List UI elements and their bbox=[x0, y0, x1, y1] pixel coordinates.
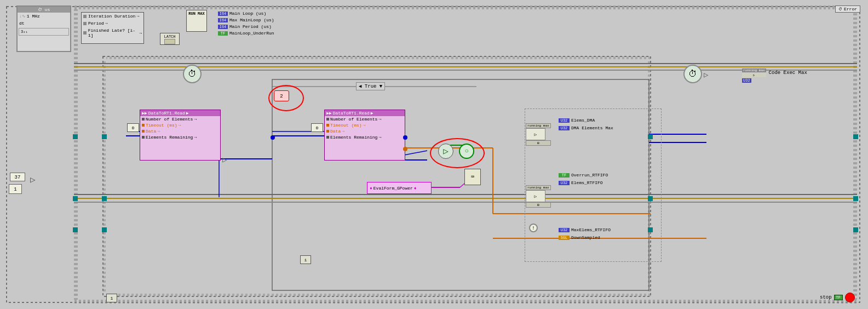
node-2 bbox=[403, 135, 407, 140]
right-block-num-elements: Number of Elements → bbox=[325, 116, 405, 122]
right-block-elements-remaining: Elements Remaining → bbox=[325, 134, 405, 140]
outer-teal-1 bbox=[73, 134, 78, 139]
teal-connector-5 bbox=[648, 196, 653, 201]
iteration-duration-block: Iteration Duration → Period → Finished L… bbox=[81, 12, 144, 44]
wire-layer bbox=[0, 0, 868, 309]
arrow-between-blocks: ▷ bbox=[222, 155, 227, 164]
stop-circle[interactable] bbox=[845, 293, 855, 302]
teal-connector-6 bbox=[648, 227, 653, 232]
case-true-label[interactable]: ◀ True ▼ bbox=[356, 82, 385, 90]
feedback-node: ○ bbox=[459, 144, 474, 159]
main-period-output: I64 Main Period (us) bbox=[218, 24, 274, 29]
play-button-case[interactable]: ▷ bbox=[438, 144, 453, 159]
svg-rect-8 bbox=[106, 56, 651, 59]
svg-rect-2 bbox=[7, 7, 860, 302]
output-labels: I64 Main Loop (us) I64 Max MainLoop (us)… bbox=[218, 11, 274, 36]
zero-indicator-left: 0 bbox=[127, 123, 139, 132]
clock-row: ↓∿ 1 MHz bbox=[18, 13, 70, 20]
zero-indicator-right: 0 bbox=[311, 123, 323, 132]
outer-teal-4 bbox=[853, 134, 858, 139]
canvas: ⏱ us ↓∿ 1 MHz dt 3₂₁ 1 37 ▷ Iteration Du… bbox=[0, 0, 868, 309]
outer-teal-6 bbox=[853, 227, 858, 232]
left-block-timeout: Timeout (ms) → bbox=[140, 122, 220, 128]
value-37: 37 bbox=[10, 173, 25, 181]
counter-display: 3₂₁ bbox=[19, 28, 69, 36]
svg-rect-6 bbox=[853, 9, 857, 300]
svg-rect-9 bbox=[106, 294, 651, 296]
output-area-border bbox=[525, 108, 662, 262]
dt-row: dt bbox=[18, 20, 70, 27]
info-icon: ! bbox=[529, 224, 538, 232]
iteration-duration-row: Iteration Duration → bbox=[82, 13, 143, 20]
run-max-block: RUN MAX bbox=[186, 10, 207, 32]
u32-code-exec: U32 bbox=[742, 78, 751, 83]
left-block-elements-remaining: Elements Remaining → bbox=[140, 134, 220, 140]
teal-connector-3 bbox=[102, 227, 107, 232]
svg-rect-10 bbox=[103, 59, 106, 294]
svg-line-31 bbox=[404, 151, 427, 155]
timer-icon-left: ⏱ bbox=[183, 65, 202, 83]
finished-late-row: Finished Late? [i-1] → bbox=[82, 27, 143, 39]
outer-teal-2 bbox=[73, 196, 78, 201]
code-exec-max-label: running max ▷ Code Exec Max U32 bbox=[742, 68, 807, 83]
latch-display bbox=[164, 39, 175, 44]
arrow-left: ▷ bbox=[30, 174, 36, 185]
timer-badge: ⏱ us bbox=[18, 7, 70, 13]
left-block-title-row: ▶▶ DataToRT1.Read ▶ bbox=[140, 110, 220, 116]
teal-connector-4 bbox=[648, 134, 653, 139]
svg-line-38 bbox=[460, 184, 464, 187]
i64-badge-2: I64 bbox=[218, 18, 228, 22]
i64-badge-1: I64 bbox=[218, 12, 228, 16]
right-block-title-row: ▶▶ DataToRT1.Read ▶ bbox=[325, 110, 405, 116]
teal-connector-1 bbox=[102, 134, 107, 139]
tf-badge-1: TF bbox=[218, 31, 228, 36]
eval-form-block: ♦ EvalForm_GPower ♦ bbox=[367, 182, 432, 194]
period-row: Period → bbox=[82, 20, 143, 27]
node-3 bbox=[403, 147, 407, 151]
timer-icon-right: ⏱ bbox=[683, 65, 702, 83]
mainloop-underrun-output: TF MainLoop_UnderRun bbox=[218, 31, 274, 36]
outer-teal-3 bbox=[73, 227, 78, 232]
svg-rect-5 bbox=[74, 9, 78, 300]
node-1 bbox=[271, 135, 275, 140]
latch-block: LATCH bbox=[160, 33, 180, 45]
loop-number-left: 1 bbox=[9, 184, 22, 194]
error-badge: ⏱ Error bbox=[835, 5, 860, 13]
data-block-left: ▶▶ DataToRT1.Read ▶ Number of Elements →… bbox=[140, 110, 221, 161]
timer-icon-label: ⏱ bbox=[38, 7, 45, 12]
loop-index-bottom: 1 bbox=[106, 294, 117, 302]
teal-connector-2 bbox=[102, 196, 107, 201]
main-loop-output: I64 Main Loop (us) bbox=[218, 11, 274, 16]
max-mainloop-output: I64 Max MainLoop (us) bbox=[218, 18, 274, 22]
outer-teal-5 bbox=[853, 196, 858, 201]
timer-control-box: ⏱ us ↓∿ 1 MHz dt 3₂₁ bbox=[16, 5, 71, 52]
stop-tf-badge: TF bbox=[834, 295, 843, 300]
i-indicator: i bbox=[300, 255, 311, 264]
case-value-2: 2 bbox=[274, 90, 289, 101]
i64-badge-3: I64 bbox=[218, 25, 228, 29]
stop-button[interactable]: stop TF bbox=[820, 293, 855, 302]
right-block-data: Data → bbox=[325, 128, 405, 134]
right-block-timeout: Timeout (ms) → bbox=[325, 122, 405, 128]
arrow-right-of-timer: ▷ bbox=[704, 70, 708, 79]
svg-rect-3 bbox=[74, 5, 857, 9]
svg-rect-4 bbox=[74, 300, 857, 304]
left-block-num-elements: Number of Elements → bbox=[140, 116, 220, 122]
left-block-data: Data → bbox=[140, 128, 220, 134]
data-block-right: ▶▶ DataToRT1.Read ▶ Number of Elements →… bbox=[324, 110, 405, 161]
keyboard-block: ⌨ bbox=[464, 169, 481, 185]
